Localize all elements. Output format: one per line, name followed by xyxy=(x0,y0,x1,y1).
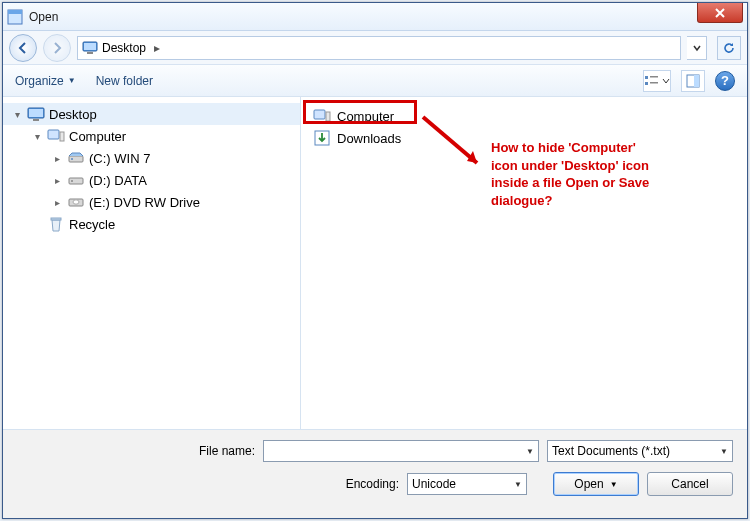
breadcrumb-dropdown[interactable] xyxy=(687,36,707,60)
svg-rect-15 xyxy=(60,132,64,141)
breadcrumb-separator-icon[interactable]: ▸ xyxy=(150,41,164,55)
window-title: Open xyxy=(29,10,58,24)
collapse-icon[interactable]: ▾ xyxy=(31,131,43,142)
tree-node-computer[interactable]: ▾ Computer xyxy=(3,125,300,147)
back-button[interactable] xyxy=(9,34,37,62)
chevron-down-icon: ▼ xyxy=(68,76,76,85)
tree-node-desktop[interactable]: ▾ Desktop xyxy=(3,103,300,125)
help-button[interactable]: ? xyxy=(715,71,735,91)
chevron-down-icon[interactable]: ▼ xyxy=(514,480,522,489)
breadcrumb-text: Desktop xyxy=(102,41,146,55)
dialog-body: ▾ Desktop ▾ Computer ▸ (C:) WIN 7 ▸ (D:)… xyxy=(3,97,747,430)
svg-rect-13 xyxy=(33,119,39,121)
tree-node-recycle[interactable]: Recycle xyxy=(3,213,300,235)
organize-menu[interactable]: Organize ▼ xyxy=(15,74,76,88)
svg-rect-7 xyxy=(650,76,658,78)
nav-tree[interactable]: ▾ Desktop ▾ Computer ▸ (C:) WIN 7 ▸ (D:)… xyxy=(3,97,301,429)
tree-label: (E:) DVD RW Drive xyxy=(89,195,200,210)
refresh-button[interactable] xyxy=(717,36,741,60)
drive-icon xyxy=(67,172,85,188)
open-label: Open xyxy=(574,477,603,491)
nav-bar: Desktop ▸ xyxy=(3,31,747,65)
encoding-select[interactable]: Unicode ▼ xyxy=(407,473,527,495)
forward-button[interactable] xyxy=(43,34,71,62)
svg-rect-8 xyxy=(650,82,658,84)
chevron-down-icon[interactable]: ▼ xyxy=(526,447,534,456)
svg-point-17 xyxy=(71,158,73,160)
collapse-icon[interactable]: ▾ xyxy=(11,109,23,120)
file-list[interactable]: Computer Downloads How to hide 'Computer… xyxy=(301,97,747,429)
annotation-highlight-box xyxy=(303,100,417,124)
svg-rect-3 xyxy=(84,43,96,50)
filetype-filter[interactable]: Text Documents (*.txt) ▼ xyxy=(547,440,733,462)
chevron-down-icon[interactable]: ▼ xyxy=(720,447,728,456)
dvd-drive-icon xyxy=(67,194,85,210)
dialog-footer: File name: ▼ Text Documents (*.txt) ▼ En… xyxy=(3,430,747,518)
open-dialog-window: Open Desktop ▸ Organize ▼ xyxy=(2,2,748,519)
tree-label: (C:) WIN 7 xyxy=(89,151,150,166)
cancel-label: Cancel xyxy=(671,477,708,491)
svg-point-21 xyxy=(73,200,79,204)
svg-rect-12 xyxy=(29,109,43,117)
tree-node-e-drive[interactable]: ▸ (E:) DVD RW Drive xyxy=(3,191,300,213)
new-folder-label: New folder xyxy=(96,74,153,88)
svg-marker-27 xyxy=(467,151,477,163)
recycle-bin-icon xyxy=(47,216,65,232)
chevron-down-icon: ▼ xyxy=(610,480,618,489)
encoding-value: Unicode xyxy=(412,477,456,491)
svg-point-19 xyxy=(71,180,73,182)
tree-label: Desktop xyxy=(49,107,97,122)
view-options-button[interactable] xyxy=(643,70,671,92)
svg-rect-5 xyxy=(645,76,648,79)
annotation-text: How to hide 'Computer' icon under 'Deskt… xyxy=(491,139,651,209)
filename-input[interactable]: ▼ xyxy=(263,440,539,462)
encoding-label: Encoding: xyxy=(346,477,399,491)
svg-rect-4 xyxy=(87,52,93,54)
breadcrumb[interactable]: Desktop ▸ xyxy=(77,36,681,60)
close-button[interactable] xyxy=(697,3,743,23)
app-icon xyxy=(7,9,23,25)
desktop-icon xyxy=(82,41,98,55)
tree-label: Recycle xyxy=(69,217,115,232)
tree-node-c-drive[interactable]: ▸ (C:) WIN 7 xyxy=(3,147,300,169)
svg-rect-14 xyxy=(48,130,59,139)
new-folder-button[interactable]: New folder xyxy=(96,74,153,88)
computer-icon xyxy=(47,128,65,144)
tree-node-d-drive[interactable]: ▸ (D:) DATA xyxy=(3,169,300,191)
svg-rect-6 xyxy=(645,82,648,85)
tree-label: (D:) DATA xyxy=(89,173,147,188)
svg-rect-1 xyxy=(8,10,22,14)
list-item-label: Downloads xyxy=(337,131,401,146)
svg-rect-22 xyxy=(51,218,61,220)
expand-icon[interactable]: ▸ xyxy=(51,175,63,186)
tree-label: Computer xyxy=(69,129,126,144)
open-button[interactable]: Open ▼ xyxy=(553,472,639,496)
desktop-icon xyxy=(27,106,45,122)
expand-icon[interactable]: ▸ xyxy=(51,197,63,208)
preview-pane-button[interactable] xyxy=(681,70,705,92)
downloads-icon xyxy=(313,130,331,146)
cancel-button[interactable]: Cancel xyxy=(647,472,733,496)
filter-value: Text Documents (*.txt) xyxy=(552,444,670,458)
titlebar[interactable]: Open xyxy=(3,3,747,31)
svg-rect-10 xyxy=(694,75,699,87)
organize-label: Organize xyxy=(15,74,64,88)
toolbar: Organize ▼ New folder ? xyxy=(3,65,747,97)
filename-label: File name: xyxy=(125,444,255,458)
expand-icon[interactable]: ▸ xyxy=(51,153,63,164)
drive-icon xyxy=(67,150,85,166)
